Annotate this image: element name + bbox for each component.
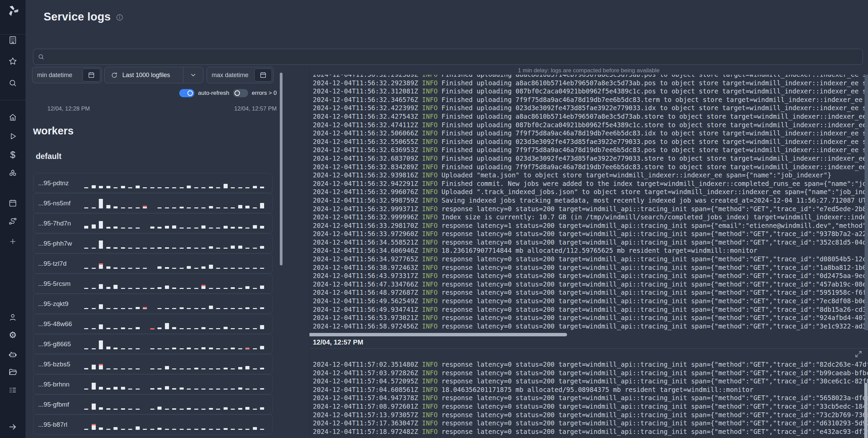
refresh-icon <box>111 72 118 79</box>
logfiles-refresh-button[interactable]: Last 1000 logfiles <box>105 67 183 83</box>
activity-bar <box>187 408 191 410</box>
activity-bar <box>128 328 132 329</box>
search-input[interactable] <box>48 53 858 60</box>
log-line: 2024-12-04T11:56:32.942291Z INFO Finishe… <box>313 179 868 188</box>
activity-bar <box>224 327 228 329</box>
worker-row[interactable]: ...95-pdtnz <box>33 173 273 193</box>
workspace-icon[interactable] <box>0 35 26 45</box>
worker-row[interactable]: ...95-gfbmf <box>33 394 273 414</box>
log-level: INFO <box>422 196 438 204</box>
min-datetime-field[interactable]: min datetime <box>32 67 102 83</box>
horizontal-scrollbar-thumb[interactable] <box>309 333 567 336</box>
worker-row[interactable]: ...95-5rcsm <box>33 274 273 294</box>
activity-bar <box>209 288 213 289</box>
activity-bar <box>121 327 125 329</box>
log-level: INFO <box>422 377 438 385</box>
workers-scrollbar[interactable] <box>280 73 283 265</box>
worker-list: ...95-pdtnz ...95-ns5mf ...95-7hd7n ...9… <box>33 173 273 438</box>
expand-icon[interactable] <box>854 350 863 360</box>
activity-bar <box>172 429 176 430</box>
resources-cubes-icon[interactable] <box>0 169 26 178</box>
activity-bar <box>209 265 213 269</box>
toggles-row: auto-refresh errors > 0 <box>26 89 277 97</box>
max-datetime-calendar-button[interactable] <box>254 69 272 82</box>
log-timestamp: 2024-12-04T11:57:03.972826Z <box>313 369 418 377</box>
error-bar-cap <box>143 206 147 207</box>
home-icon[interactable] <box>0 113 26 122</box>
time-range-row: 12/04, 12:28 PM 12/04, 12:57 PM <box>47 105 277 112</box>
global-search-icon[interactable] <box>0 78 26 88</box>
upper-log-scrollbar[interactable] <box>865 75 868 330</box>
auto-refresh-toggle[interactable] <box>179 89 194 97</box>
errors-toggle[interactable] <box>233 89 248 97</box>
activity-bar <box>113 387 118 390</box>
log-message: response latency=0 status=200 target=win… <box>442 322 868 330</box>
activity-bar <box>180 429 184 430</box>
activity-bar <box>150 388 154 390</box>
activity-bar <box>84 226 88 229</box>
worker-activity-chart <box>84 214 272 233</box>
flows-route-icon[interactable] <box>0 217 26 226</box>
runs-play-icon[interactable] <box>0 132 26 141</box>
favorites-star-icon[interactable] <box>0 57 26 66</box>
worker-row[interactable]: ...95-zqkt9 <box>33 294 273 314</box>
log-message: Finished uploading a8ac8610b5714eb796507… <box>442 113 868 120</box>
activity-bar <box>172 327 176 329</box>
activity-bar <box>157 428 162 430</box>
worker-row[interactable]: ...95-ns5mf <box>33 193 273 213</box>
log-line: 2024-12-04T11:56:32.422399Z INFO Finishe… <box>313 104 868 112</box>
worker-row[interactable]: ...95-tzl7d <box>33 253 273 274</box>
ai-robot-icon[interactable] <box>0 350 26 359</box>
log-message: response latency=0 status=200 target=win… <box>442 394 868 402</box>
log-message: response latency=0 status=200 target=win… <box>442 306 868 313</box>
log-line: 2024-12-04T11:56:53.973021Z INFO respons… <box>313 313 868 322</box>
log-timestamp: 2024-12-04T11:57:17.363047Z <box>313 419 418 427</box>
activity-bar <box>121 348 125 349</box>
activity-bar <box>260 286 264 289</box>
log-level: INFO <box>422 297 438 305</box>
worker-activity-chart <box>84 314 272 334</box>
user-icon[interactable] <box>0 313 26 322</box>
activity-bar <box>224 248 228 249</box>
calendar-icon <box>259 71 267 79</box>
settings-gear-icon[interactable]: ⚙ <box>0 331 26 339</box>
folders-icon[interactable] <box>0 367 26 377</box>
worker-activity-chart <box>84 274 272 293</box>
activity-bar <box>216 228 220 229</box>
max-datetime-field[interactable]: max datetime <box>207 67 274 83</box>
logfiles-chevron-button[interactable] <box>183 67 203 83</box>
expand-sidebar-arrow-icon[interactable] <box>0 422 26 432</box>
create-plus-icon[interactable]: + <box>0 237 26 246</box>
lower-log-scrollbar-thumb[interactable] <box>864 383 868 438</box>
info-icon[interactable] <box>116 12 124 21</box>
error-bar-cap <box>143 307 147 308</box>
worker-row[interactable]: ...95-g8665 <box>33 334 273 354</box>
variables-dollar-icon[interactable]: $ <box>0 150 26 159</box>
log-message: response latency=0 status=200 target=win… <box>442 255 868 263</box>
min-datetime-calendar-button[interactable] <box>82 69 100 82</box>
activity-bar <box>216 328 220 329</box>
worker-row[interactable]: ...95-48w66 <box>33 314 273 334</box>
activity-bar <box>187 207 191 208</box>
activity-bar <box>128 348 132 349</box>
log-timestamp: 2024-12-04T11:56:32.998759Z <box>313 196 418 204</box>
windmill-logo-icon[interactable] <box>0 4 26 17</box>
search-bar[interactable] <box>33 49 863 65</box>
worker-row[interactable]: ...95-b87rl <box>33 414 273 435</box>
activity-bar <box>224 368 228 369</box>
activity-bar <box>260 203 264 208</box>
worker-row[interactable]: ...95-brhnn <box>33 374 273 394</box>
audit-logs-list-icon[interactable] <box>0 385 26 395</box>
activity-bar <box>180 228 184 229</box>
log-level: INFO <box>422 403 438 410</box>
worker-row[interactable]: ...95-phh7w <box>33 233 273 253</box>
activity-bar <box>150 187 154 188</box>
activity-bar <box>92 424 96 430</box>
schedules-calendar-icon[interactable] <box>0 199 26 208</box>
log-level: INFO <box>422 280 438 288</box>
activity-bar <box>194 187 198 188</box>
activity-bar <box>260 429 264 430</box>
worker-row[interactable]: ...95-7hd7n <box>33 213 273 233</box>
worker-row[interactable]: ...95-bzbs5 <box>33 354 273 374</box>
activity-bar <box>84 348 88 349</box>
